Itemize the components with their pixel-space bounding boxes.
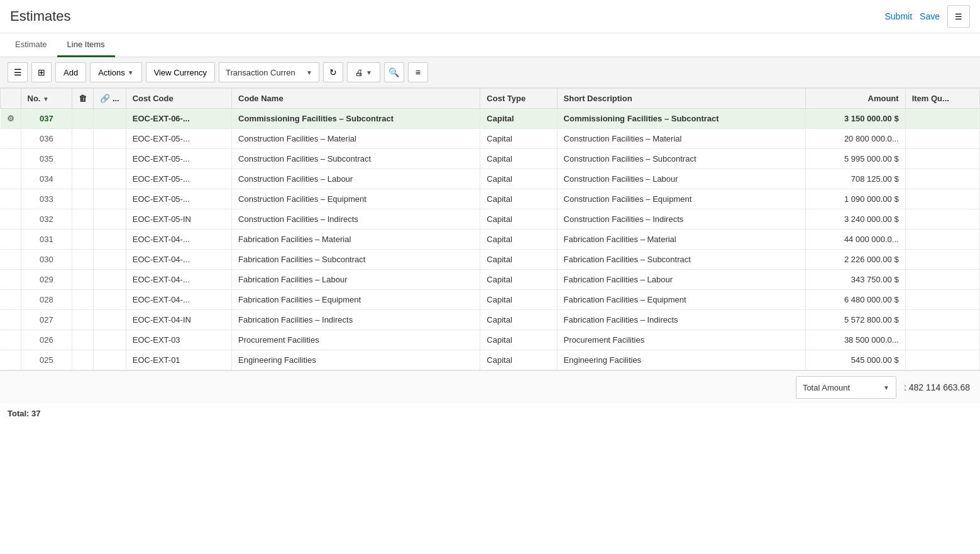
table-row[interactable]: 027EOC-EXT-04-INFabrication Facilities –… (1, 310, 980, 330)
table-row[interactable]: 031EOC-EXT-04-...Fabrication Facilities … (1, 230, 980, 250)
currency-dropdown[interactable]: Transaction Curren ▼ (219, 62, 319, 82)
row-code-name: Construction Facilities – Material (232, 129, 480, 149)
grid-icon: ⊞ (38, 67, 45, 77)
row-short-desc: Fabrication Facilities – Subcontract (557, 250, 805, 270)
refresh-icon: ↻ (329, 67, 337, 77)
row-settings-icon[interactable] (1, 189, 21, 209)
list-icon-button[interactable]: ☰ (8, 62, 28, 82)
row-trash-icon[interactable] (72, 330, 94, 350)
row-link-icon[interactable] (94, 290, 126, 310)
row-trash-icon[interactable] (72, 350, 94, 370)
col-code-name[interactable]: Code Name (232, 89, 480, 109)
row-item-qty (905, 310, 979, 330)
page-title: Estimates (10, 8, 71, 25)
row-cost-code: EOC-EXT-04-... (126, 250, 231, 270)
row-link-icon[interactable] (94, 350, 126, 370)
row-link-icon[interactable] (94, 270, 126, 290)
row-trash-icon[interactable] (72, 310, 94, 330)
save-button[interactable]: Save (920, 11, 940, 21)
col-no[interactable]: No. ▼ (21, 89, 72, 109)
row-item-qty (905, 129, 979, 149)
row-code-name: Engineering Facilities (232, 350, 480, 370)
tab-estimate[interactable]: Estimate (5, 33, 57, 57)
row-trash-icon[interactable] (72, 230, 94, 250)
row-settings-icon[interactable] (1, 230, 21, 250)
row-link-icon[interactable] (94, 209, 126, 230)
row-settings-icon[interactable] (1, 250, 21, 270)
row-trash-icon[interactable] (72, 270, 94, 290)
col-cost-code[interactable]: Cost Code (126, 89, 231, 109)
row-cost-code: EOC-EXT-01 (126, 350, 231, 370)
row-link-icon[interactable] (94, 330, 126, 350)
row-link-icon[interactable] (94, 109, 126, 129)
row-settings-icon[interactable] (1, 129, 21, 149)
row-settings-icon[interactable] (1, 310, 21, 330)
search-icon: 🔍 (388, 67, 399, 77)
row-link-icon[interactable] (94, 250, 126, 270)
table-row[interactable]: 036EOC-EXT-05-...Construction Facilities… (1, 129, 980, 149)
row-settings-icon[interactable] (1, 290, 21, 310)
row-settings-icon[interactable] (1, 209, 21, 230)
row-cost-type: Capital (480, 149, 557, 169)
row-amount: 5 995 000.00 $ (805, 149, 905, 169)
row-link-icon[interactable] (94, 310, 126, 330)
menu-icon-button[interactable]: ☰ (947, 5, 970, 28)
view-currency-button[interactable]: View Currency (146, 62, 215, 82)
row-number: 037 (21, 109, 72, 129)
row-settings-icon[interactable] (1, 149, 21, 169)
total-amount-chevron-icon: ▼ (883, 384, 889, 391)
row-item-qty (905, 250, 979, 270)
row-settings-icon[interactable]: ⚙ (1, 109, 21, 129)
table-row[interactable]: 029EOC-EXT-04-...Fabrication Facilities … (1, 270, 980, 290)
row-amount: 6 480 000.00 $ (805, 290, 905, 310)
submit-button[interactable]: Submit (885, 11, 913, 21)
row-settings-icon[interactable] (1, 270, 21, 290)
actions-button[interactable]: Actions ▼ (90, 62, 142, 82)
tab-line-items[interactable]: Line Items (57, 33, 115, 57)
total-amount-dropdown[interactable]: Total Amount ▼ (796, 376, 896, 399)
row-number: 025 (21, 350, 72, 370)
col-trash: 🗑 (72, 89, 94, 109)
col-short-desc[interactable]: Short Description (557, 89, 805, 109)
row-trash-icon[interactable] (72, 209, 94, 230)
row-link-icon[interactable] (94, 189, 126, 209)
row-link-icon[interactable] (94, 169, 126, 189)
row-settings-icon[interactable] (1, 169, 21, 189)
row-number: 033 (21, 189, 72, 209)
row-settings-icon[interactable] (1, 350, 21, 370)
row-amount: 3 150 000.00 $ (805, 109, 905, 129)
refresh-button[interactable]: ↻ (323, 62, 343, 82)
row-link-icon[interactable] (94, 129, 126, 149)
table-row[interactable]: 028EOC-EXT-04-...Fabrication Facilities … (1, 290, 980, 310)
grid-icon-button[interactable]: ⊞ (31, 62, 52, 82)
table-row[interactable]: 033EOC-EXT-05-...Construction Facilities… (1, 189, 980, 209)
table-row[interactable]: 030EOC-EXT-04-...Fabrication Facilities … (1, 250, 980, 270)
table-row[interactable]: ⚙037EOC-EXT-06-...Commissioning Faciliti… (1, 109, 980, 129)
row-link-icon[interactable] (94, 230, 126, 250)
row-settings-icon[interactable] (1, 330, 21, 350)
col-item-qty[interactable]: Item Qu... (905, 89, 979, 109)
row-trash-icon[interactable] (72, 149, 94, 169)
settings-col-header (1, 89, 21, 109)
filter-button[interactable]: ≡ (408, 62, 428, 82)
col-amount[interactable]: Amount (805, 89, 905, 109)
row-trash-icon[interactable] (72, 189, 94, 209)
row-trash-icon[interactable] (72, 169, 94, 189)
row-trash-icon[interactable] (72, 250, 94, 270)
table-row[interactable]: 035EOC-EXT-05-...Construction Facilities… (1, 149, 980, 169)
search-button[interactable]: 🔍 (384, 62, 404, 82)
row-link-icon[interactable] (94, 149, 126, 169)
table-row[interactable]: 032EOC-EXT-05-INConstruction Facilities … (1, 209, 980, 230)
row-trash-icon[interactable] (72, 290, 94, 310)
print-button[interactable]: 🖨 ▼ (347, 62, 380, 82)
table-row[interactable]: 025EOC-EXT-01Engineering FacilitiesCapit… (1, 350, 980, 370)
col-cost-type[interactable]: Cost Type (480, 89, 557, 109)
table-row[interactable]: 026EOC-EXT-03Procurement FacilitiesCapit… (1, 330, 980, 350)
add-button[interactable]: Add (55, 62, 86, 82)
row-cost-type: Capital (480, 250, 557, 270)
row-short-desc: Fabrication Facilities – Indirects (557, 310, 805, 330)
row-amount: 44 000 000.0... (805, 230, 905, 250)
table-row[interactable]: 034EOC-EXT-05-...Construction Facilities… (1, 169, 980, 189)
row-trash-icon[interactable] (72, 129, 94, 149)
row-trash-icon[interactable] (72, 109, 94, 129)
